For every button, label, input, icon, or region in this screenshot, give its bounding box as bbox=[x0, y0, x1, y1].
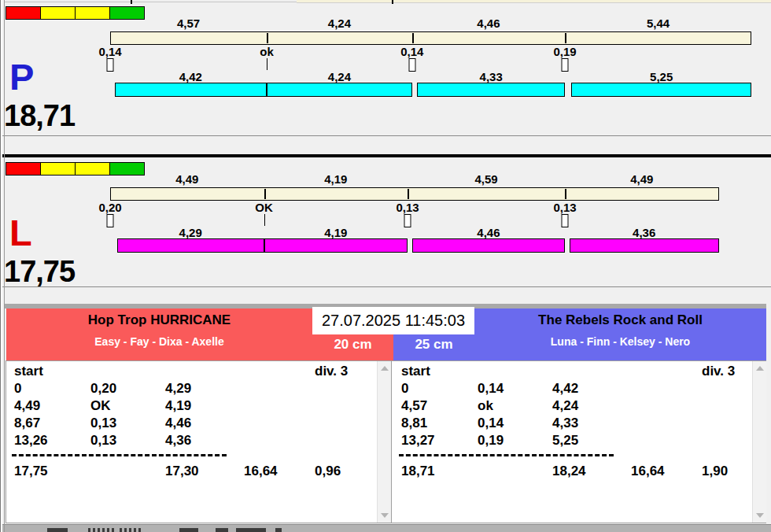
crossing-time-label: OK bbox=[255, 201, 273, 214]
dog-time-bar-segment bbox=[117, 238, 264, 253]
table-total-cell: 0,96 bbox=[315, 464, 341, 479]
table-cell: ok bbox=[478, 398, 493, 414]
results-table-left: start div. 3 00,204,294,49OK4,198,670,13… bbox=[14, 360, 372, 523]
crossing-time-label: 0,13 bbox=[396, 201, 419, 214]
team-dogs-right: Luna - Finn - Kelsey - Nero bbox=[474, 335, 766, 348]
judge-split-bar bbox=[110, 187, 719, 201]
team-dogs-left: Easy - Fay - Dixa - Axelle bbox=[6, 335, 312, 348]
table-total-cell: 16,64 bbox=[244, 464, 278, 479]
table-cell: 8,81 bbox=[401, 416, 427, 431]
table-total-cell: 1,90 bbox=[702, 464, 728, 479]
table-total-cell: 18,71 bbox=[401, 464, 435, 479]
crossing-indicator-box bbox=[562, 58, 569, 72]
cutoff-fragment bbox=[179, 528, 198, 532]
timing-app-window: 4,574,244,465,440,14ok0,140,194,424,244,… bbox=[0, 0, 771, 532]
window-border bbox=[1, 0, 2, 532]
crossing-ok-tick bbox=[267, 58, 267, 70]
table-cell: OK bbox=[90, 398, 111, 414]
jump-height-left: 20 cm bbox=[312, 337, 393, 353]
table-cell: 0 bbox=[401, 381, 408, 397]
traffic-light-strip bbox=[6, 6, 145, 20]
crossing-time-label: 0,14 bbox=[400, 45, 423, 58]
traffic-light-cell bbox=[75, 6, 110, 20]
table-header-start: start bbox=[14, 364, 43, 379]
table-cell: 0,20 bbox=[90, 381, 116, 397]
cutoff-row bbox=[0, 524, 771, 532]
scroll-up-icon[interactable] bbox=[756, 366, 764, 371]
scroll-down-icon[interactable] bbox=[381, 513, 389, 518]
table-cell: 0 bbox=[14, 381, 21, 397]
crossing-indicator-box bbox=[107, 58, 114, 72]
judge-bar-divider bbox=[565, 189, 566, 199]
crossing-time-label: 0,14 bbox=[98, 45, 121, 58]
traffic-light-cell bbox=[40, 162, 76, 175]
judge-split-label: 4,57 bbox=[177, 17, 200, 30]
crossing-time-label: ok bbox=[260, 45, 274, 58]
table-cell: 5,25 bbox=[552, 433, 578, 449]
table-header-start: start bbox=[401, 364, 430, 379]
cutoff-fragment bbox=[216, 528, 228, 532]
table-separator-dashes bbox=[12, 454, 227, 456]
traffic-light-cell bbox=[40, 6, 76, 20]
traffic-light-cell bbox=[6, 6, 41, 20]
dog-time-label: 4,33 bbox=[480, 70, 503, 83]
dog-time-label: 4,46 bbox=[477, 226, 500, 239]
datetime-display: 27.07.2025 11:45:03 bbox=[312, 307, 474, 334]
dog-time-label: 4,42 bbox=[179, 70, 202, 83]
table-cell: 0,13 bbox=[90, 433, 116, 449]
crossing-ok-tick bbox=[264, 214, 265, 226]
dog-time-label: 4,29 bbox=[179, 226, 202, 239]
cutoff-fragment bbox=[236, 528, 266, 532]
dog-time-bar-segment bbox=[264, 238, 408, 253]
tables-divider bbox=[391, 360, 392, 523]
crossing-indicator-box bbox=[107, 214, 114, 227]
table-total-cell: 17,75 bbox=[14, 464, 48, 479]
left-table-scrollbar[interactable] bbox=[377, 361, 391, 523]
dog-time-label: 5,25 bbox=[650, 70, 673, 83]
crossing-indicator-box bbox=[408, 58, 415, 72]
dog-time-label: 4,19 bbox=[324, 226, 347, 239]
crossing-time-label: 0,13 bbox=[553, 201, 576, 214]
judge-split-label: 4,59 bbox=[474, 172, 497, 186]
lane-total-time: 17,75 bbox=[4, 257, 75, 286]
scroll-up-icon[interactable] bbox=[381, 366, 389, 371]
table-cell: 4,49 bbox=[14, 398, 40, 414]
traffic-light-strip bbox=[6, 162, 145, 175]
table-cell: 0,13 bbox=[90, 416, 116, 431]
traffic-light-cell bbox=[109, 6, 145, 20]
dog-time-bar-segment bbox=[115, 83, 267, 97]
dog-time-label: 4,24 bbox=[328, 70, 351, 83]
dog-time-bar-segment bbox=[267, 83, 412, 97]
table-cell: 4,24 bbox=[552, 398, 578, 414]
team-name-left: Hop Trop HURRICANE bbox=[6, 312, 312, 328]
dog-time-bar-segment bbox=[571, 83, 751, 97]
table-cell: 13,26 bbox=[14, 433, 48, 449]
dog-time-bar-segment bbox=[570, 238, 719, 253]
table-separator-dashes bbox=[399, 454, 614, 456]
judge-bar-divider bbox=[412, 33, 414, 43]
table-cell: 4,57 bbox=[401, 398, 427, 414]
scroll-down-icon[interactable] bbox=[756, 513, 764, 518]
judge-bar-divider bbox=[267, 33, 268, 43]
judge-bar-divider bbox=[565, 33, 566, 43]
judge-split-label: 4,49 bbox=[630, 172, 653, 186]
judge-split-bar bbox=[110, 31, 751, 45]
dog-time-label: 4,36 bbox=[633, 226, 655, 239]
judge-split-label: 4,19 bbox=[324, 172, 347, 186]
table-cell: 4,36 bbox=[165, 433, 191, 449]
lane-panel-right: 4,574,244,465,440,14ok0,140,194,424,244,… bbox=[0, 0, 771, 136]
jump-height-right: 25 cm bbox=[393, 337, 474, 353]
table-cell: 4,46 bbox=[165, 416, 191, 431]
right-table-scrollbar[interactable] bbox=[752, 361, 766, 523]
table-total-cell: 16,64 bbox=[631, 464, 665, 479]
table-cell: 4,29 bbox=[165, 381, 191, 397]
judge-split-label: 4,46 bbox=[477, 17, 500, 30]
window-border bbox=[4, 0, 5, 532]
cutoff-fragment bbox=[275, 528, 282, 532]
cutoff-fragment bbox=[47, 528, 68, 532]
lane-total-time: 18,71 bbox=[4, 101, 75, 131]
table-total-cell: 18,24 bbox=[552, 464, 586, 479]
lane-letter: P bbox=[9, 58, 34, 95]
dog-time-bar-segment bbox=[412, 238, 565, 253]
table-cell: 4,42 bbox=[552, 381, 578, 397]
